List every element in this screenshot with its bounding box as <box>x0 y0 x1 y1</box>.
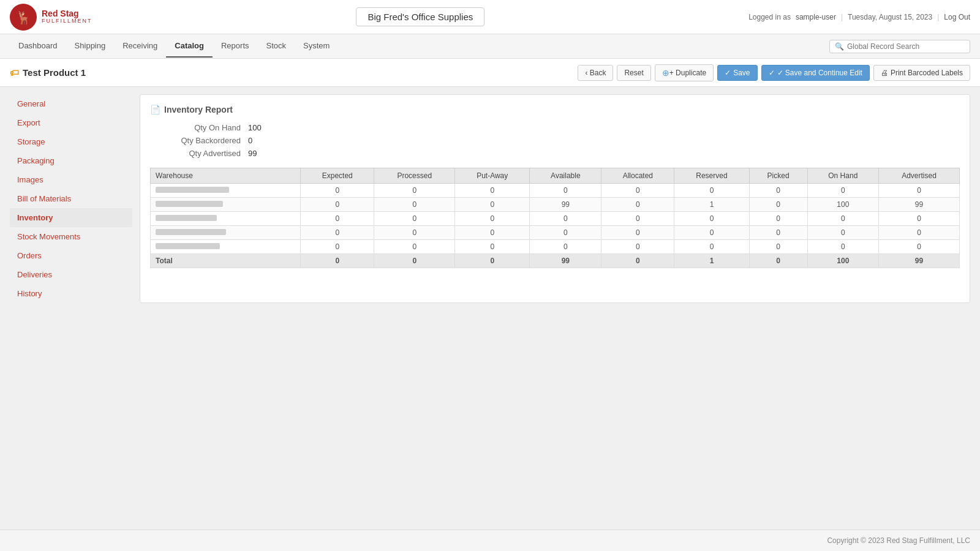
allocated-cell: 0 <box>601 212 674 226</box>
expected-cell: 0 <box>301 198 374 212</box>
onhand-cell: 0 <box>807 240 878 254</box>
inventory-report-title: 📄 Inventory Report <box>150 105 960 114</box>
total-expected: 0 <box>301 254 374 268</box>
save-check-icon: ✓ <box>725 69 731 77</box>
print-labels-button[interactable]: 🖨 Print Barcoded Labels <box>873 65 970 81</box>
sidebar-item-packaging[interactable]: Packaging <box>10 151 132 170</box>
total-allocated: 0 <box>601 254 674 268</box>
back-button[interactable]: ‹ Back <box>578 65 613 81</box>
onhand-cell: 0 <box>807 184 878 198</box>
putaway-cell: 0 <box>455 198 530 212</box>
table-row: 0 0 0 0 0 0 0 0 0 <box>151 184 960 198</box>
top-right-info: Logged in as sample-user | Tuesday, Augu… <box>748 13 970 21</box>
available-cell: 0 <box>530 184 601 198</box>
total-putaway: 0 <box>455 254 530 268</box>
inventory-report-heading: Inventory Report <box>164 105 233 114</box>
sidebar-item-images[interactable]: Images <box>10 170 132 189</box>
processed-cell: 0 <box>374 212 455 226</box>
product-actions: ‹ Back Reset ⊕ + Duplicate ✓ Save ✓ ✓ Sa… <box>578 64 970 81</box>
advertised-cell: 99 <box>879 198 960 212</box>
warehouse-table: Warehouse Expected Processed Put-Away Av… <box>150 168 960 268</box>
nav-links: Dashboard Shipping Receiving Catalog Rep… <box>10 35 338 58</box>
logout-link[interactable]: Log Out <box>944 13 970 21</box>
processed-cell: 0 <box>374 184 455 198</box>
col-allocated: Allocated <box>601 168 674 184</box>
document-icon: 📄 <box>150 105 160 114</box>
nav-stock[interactable]: Stock <box>258 35 295 58</box>
tag-icon: 🏷 <box>10 67 19 78</box>
col-onhand: On Hand <box>807 168 878 184</box>
processed-cell: 0 <box>374 226 455 240</box>
qty-backordered-value: 0 <box>248 136 252 145</box>
nav-bar: Dashboard Shipping Receiving Catalog Rep… <box>0 34 980 59</box>
putaway-cell: 0 <box>455 184 530 198</box>
qty-backordered-row: Qty Backordered 0 <box>150 136 960 145</box>
total-reserved: 1 <box>674 254 749 268</box>
table-row: 0 0 0 99 0 1 0 100 99 <box>151 198 960 212</box>
save-button[interactable]: ✓ Save <box>717 65 757 81</box>
logo-area: 🦌 Red Stag FULFILLMENT <box>10 4 92 31</box>
putaway-cell: 0 <box>455 212 530 226</box>
qty-advertised-row: Qty Advertised 99 <box>150 149 960 158</box>
nav-catalog[interactable]: Catalog <box>166 35 213 58</box>
total-onhand: 100 <box>807 254 878 268</box>
processed-cell: 0 <box>374 240 455 254</box>
duplicate-label: + Duplicate <box>669 69 706 77</box>
save-continue-button[interactable]: ✓ ✓ Save and Continue Edit <box>761 65 870 81</box>
picked-cell: 0 <box>749 240 807 254</box>
warehouse-cell <box>151 240 301 254</box>
reserved-cell: 0 <box>674 184 749 198</box>
sidebar-item-deliveries[interactable]: Deliveries <box>10 265 132 284</box>
sidebar-item-orders[interactable]: Orders <box>10 246 132 265</box>
product-bar: 🏷 Test Product 1 ‹ Back Reset ⊕ + Duplic… <box>0 59 980 87</box>
reserved-cell: 0 <box>674 212 749 226</box>
col-warehouse: Warehouse <box>151 168 301 184</box>
nav-shipping[interactable]: Shipping <box>66 35 115 58</box>
allocated-cell: 0 <box>601 184 674 198</box>
expected-cell: 0 <box>301 212 374 226</box>
warehouse-cell <box>151 198 301 212</box>
nav-receiving[interactable]: Receiving <box>114 35 166 58</box>
qty-backordered-label: Qty Backordered <box>150 136 248 145</box>
allocated-cell: 0 <box>601 198 674 212</box>
sidebar-item-inventory[interactable]: Inventory <box>10 208 132 227</box>
date-display: Tuesday, August 15, 2023 <box>848 13 932 21</box>
table-row: 0 0 0 0 0 0 0 0 0 <box>151 212 960 226</box>
nav-reports[interactable]: Reports <box>213 35 258 58</box>
total-advertised: 99 <box>879 254 960 268</box>
col-available: Available <box>530 168 601 184</box>
company-name: Big Fred's Office Supplies <box>368 12 473 22</box>
picked-cell: 0 <box>749 226 807 240</box>
picked-cell: 0 <box>749 212 807 226</box>
username-link[interactable]: sample-user <box>796 13 836 21</box>
picked-cell: 0 <box>749 198 807 212</box>
main-content: General Export Storage Packaging Images … <box>0 87 980 310</box>
nav-dashboard[interactable]: Dashboard <box>10 35 66 58</box>
global-search-input[interactable] <box>847 42 965 51</box>
sidebar-item-export[interactable]: Export <box>10 113 132 132</box>
advertised-cell: 0 <box>879 184 960 198</box>
global-search-box[interactable]: 🔍 <box>829 40 970 53</box>
svg-text:🦌: 🦌 <box>16 10 31 25</box>
available-cell: 0 <box>530 240 601 254</box>
warehouse-cell <box>151 226 301 240</box>
available-cell: 99 <box>530 198 601 212</box>
save-continue-check-icon: ✓ <box>769 69 775 77</box>
col-reserved: Reserved <box>674 168 749 184</box>
sidebar-item-storage[interactable]: Storage <box>10 132 132 151</box>
allocated-cell: 0 <box>601 226 674 240</box>
sidebar-item-history[interactable]: History <box>10 284 132 303</box>
sidebar-item-bom[interactable]: Bill of Materials <box>10 189 132 208</box>
col-expected: Expected <box>301 168 374 184</box>
expected-cell: 0 <box>301 226 374 240</box>
reserved-cell: 0 <box>674 240 749 254</box>
nav-system[interactable]: System <box>295 35 338 58</box>
save-continue-label: ✓ Save and Continue Edit <box>777 69 862 77</box>
content-panel: 📄 Inventory Report Qty On Hand 100 Qty B… <box>140 94 970 303</box>
reset-button[interactable]: Reset <box>617 65 650 81</box>
sidebar-item-stock-movements[interactable]: Stock Movements <box>10 227 132 246</box>
advertised-cell: 0 <box>879 240 960 254</box>
warehouse-cell <box>151 184 301 198</box>
sidebar-item-general[interactable]: General <box>10 94 132 113</box>
duplicate-button[interactable]: ⊕ + Duplicate <box>655 64 714 81</box>
